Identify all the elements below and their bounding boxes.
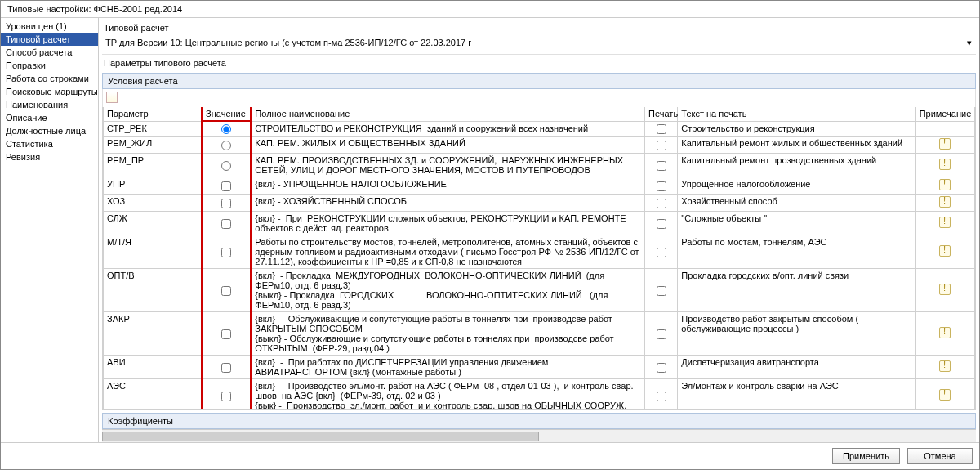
- col-full[interactable]: Полное наименование: [251, 107, 644, 121]
- params-label: Параметры типового расчета: [102, 55, 976, 71]
- value-checkbox[interactable]: [221, 199, 231, 208]
- value-radio[interactable]: [221, 141, 231, 150]
- col-ptext[interactable]: Текст на печать: [678, 107, 915, 121]
- param-cell: СЛЖ: [104, 212, 203, 235]
- table-row: РЕМ_ЖИЛКАП. РЕМ. ЖИЛЫХ И ОБЩЕСТВЕННЫХ ЗД…: [104, 137, 975, 154]
- col-note[interactable]: Примечание: [915, 107, 974, 121]
- sidebar-item[interactable]: Типовой расчет: [1, 33, 98, 46]
- table-row: АЭС{вкл} - Производство эл./монт. работ …: [104, 379, 975, 410]
- value-cell: [202, 379, 251, 410]
- print-checkbox[interactable]: [657, 199, 666, 208]
- fullname-cell: КАП. РЕМ. ПРОИЗВОДСТВЕННЫХ ЗД. и СООРУЖЕ…: [251, 154, 644, 177]
- apply-button[interactable]: Применить: [832, 448, 900, 464]
- print-checkbox[interactable]: [657, 329, 666, 339]
- note-icon[interactable]: [939, 245, 951, 257]
- sidebar-item[interactable]: Должностные лица: [1, 124, 98, 137]
- conditions-group-header[interactable]: Условия расчета: [102, 73, 976, 89]
- col-print[interactable]: Печать: [645, 107, 678, 121]
- note-cell: [915, 154, 974, 177]
- coefficients-group-header[interactable]: Коэффициенты: [102, 413, 976, 429]
- fullname-cell: {вкл} - Производство эл./монт. работ на …: [251, 379, 644, 410]
- print-checkbox[interactable]: [657, 286, 666, 296]
- table-row: СТР_РЕКСТРОИТЕЛЬСТВО и РЕКОНСТРУКЦИЯ зда…: [104, 121, 975, 137]
- param-cell: СТР_РЕК: [104, 121, 203, 137]
- value-checkbox[interactable]: [221, 286, 231, 296]
- note-icon[interactable]: [939, 284, 951, 295]
- value-cell: [202, 269, 251, 312]
- sidebar-item[interactable]: Работа со строками: [1, 72, 98, 85]
- sidebar-item[interactable]: Поисковые маршруты: [1, 85, 98, 98]
- col-value[interactable]: Значение: [202, 107, 251, 121]
- print-cell: [645, 154, 678, 177]
- print-checkbox[interactable]: [657, 181, 666, 191]
- window-title: Типовые настройки: ФСНБ-2001 ред.2014: [1, 1, 979, 18]
- note-icon[interactable]: [939, 389, 951, 401]
- print-checkbox[interactable]: [657, 363, 666, 373]
- sidebar-item[interactable]: Описание: [1, 111, 98, 124]
- note-cell: [915, 356, 974, 379]
- print-cell: [645, 312, 678, 356]
- fullname-cell: {вкл} - Прокладка МЕЖДУГОРОДНЫХ ВОЛОКОНН…: [251, 269, 644, 312]
- sidebar-item[interactable]: Уровни цен (1): [1, 20, 98, 33]
- sidebar-item[interactable]: Ревизия: [1, 150, 98, 163]
- table-row: ЗАКР{вкл} - Обслуживающие и сопутстующие…: [104, 312, 975, 356]
- print-text-cell: Капитальный ремонт прозводственных здани…: [678, 154, 915, 177]
- value-cell: [202, 121, 251, 137]
- print-checkbox[interactable]: [657, 392, 666, 401]
- table-row: АВИ{вкл} - При работах по ДИСПЕТЧЕРЕЗАЦИ…: [104, 356, 975, 379]
- print-checkbox[interactable]: [657, 141, 666, 150]
- print-checkbox[interactable]: [657, 124, 666, 134]
- value-cell: [202, 356, 251, 379]
- table-row: М/Т/ЯРаботы по строительству мостов, тон…: [104, 235, 975, 269]
- print-checkbox[interactable]: [657, 161, 666, 171]
- value-cell: [202, 177, 251, 195]
- note-icon[interactable]: [939, 217, 951, 228]
- value-cell: [202, 195, 251, 212]
- col-param[interactable]: Параметр: [104, 107, 203, 121]
- calc-dropdown[interactable]: ТР для Версии 10: Центральные регионы (с…: [102, 34, 976, 55]
- note-icon[interactable]: [939, 360, 951, 372]
- value-checkbox[interactable]: [221, 329, 231, 339]
- note-cell: [915, 195, 974, 212]
- sidebar-item[interactable]: Поправки: [1, 59, 98, 72]
- print-text-cell: Хозяйственный способ: [678, 195, 915, 212]
- param-cell: РЕМ_ПР: [104, 154, 203, 177]
- print-checkbox[interactable]: [657, 248, 666, 257]
- sidebar-item[interactable]: Статистика: [1, 137, 98, 150]
- sidebar-item[interactable]: Наименования: [1, 98, 98, 111]
- sidebar-item[interactable]: Способ расчета: [1, 46, 98, 59]
- value-checkbox[interactable]: [221, 248, 231, 257]
- fullname-cell: Работы по строительству мостов, тоннелей…: [251, 235, 644, 269]
- value-checkbox[interactable]: [221, 181, 231, 191]
- value-radio[interactable]: [221, 124, 231, 134]
- mini-toolbar: [102, 89, 976, 107]
- print-checkbox[interactable]: [657, 219, 666, 229]
- cancel-button[interactable]: Отмена: [907, 448, 973, 464]
- fullname-cell: {вкл} - Обслуживающие и сопутстующие раб…: [251, 312, 644, 356]
- note-cell: [915, 137, 974, 154]
- edit-icon[interactable]: [106, 92, 118, 103]
- horizontal-scrollbar[interactable]: [102, 429, 976, 442]
- section-title: Типовой расчет: [102, 18, 976, 34]
- value-checkbox[interactable]: [221, 219, 231, 229]
- note-icon[interactable]: [939, 138, 951, 150]
- value-cell: [202, 154, 251, 177]
- fullname-cell: {вкл} - При работах по ДИСПЕТЧЕРЕЗАЦИИ у…: [251, 356, 644, 379]
- note-cell: [915, 269, 974, 312]
- table-row: УПР{вкл} - УПРОЩЕННОЕ НАЛОГООБЛОЖЕНИЕУпр…: [104, 177, 975, 195]
- fullname-cell: СТРОИТЕЛЬСТВО и РЕКОНСТРУКЦИЯ зданий и с…: [251, 121, 644, 137]
- note-icon[interactable]: [939, 159, 951, 170]
- value-checkbox[interactable]: [221, 363, 231, 373]
- value-cell: [202, 212, 251, 235]
- value-checkbox[interactable]: [221, 392, 231, 401]
- note-cell: [915, 235, 974, 269]
- fullname-cell: КАП. РЕМ. ЖИЛЫХ И ОБЩЕСТВЕННЫХ ЗДАНИЙ: [251, 137, 644, 154]
- value-cell: [202, 312, 251, 356]
- chevron-down-icon[interactable]: ▾: [963, 38, 976, 48]
- note-icon[interactable]: [939, 327, 951, 338]
- note-icon[interactable]: [939, 179, 951, 190]
- print-cell: [645, 137, 678, 154]
- note-icon[interactable]: [939, 196, 951, 208]
- value-radio[interactable]: [221, 161, 231, 171]
- note-cell: [915, 312, 974, 356]
